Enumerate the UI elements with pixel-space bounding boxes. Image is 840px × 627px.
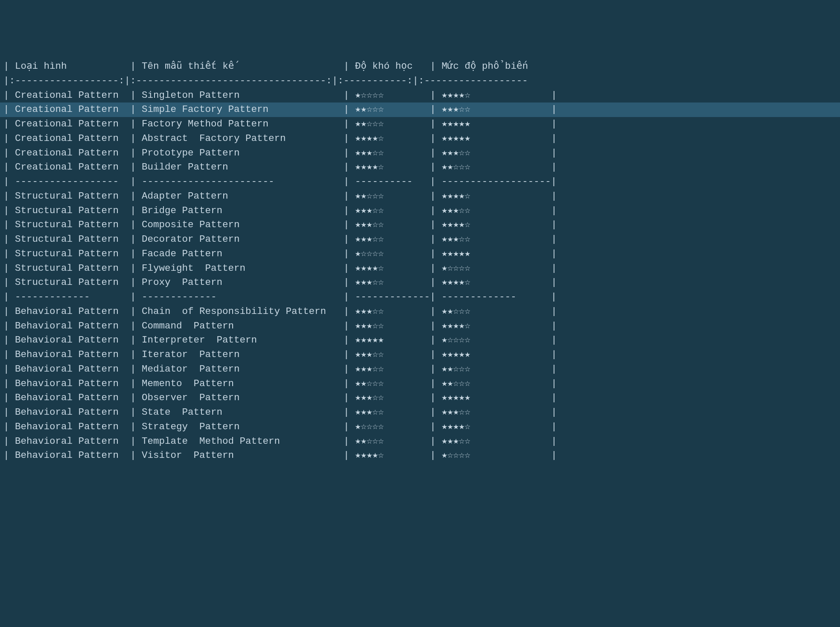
table-row: | Creational Pattern | Builder Pattern |…: [0, 160, 840, 175]
table-row: | Structural Pattern | Facade Pattern | …: [0, 247, 840, 261]
table-row: | Structural Pattern | Bridge Pattern | …: [0, 204, 840, 218]
table-header-separator: |:------------------:|:-----------------…: [0, 74, 840, 88]
table-header-row: | Loại hình | Tên mẫu thiết kế | Độ khó …: [0, 59, 840, 74]
table-row: | Creational Pattern | Singleton Pattern…: [0, 88, 840, 103]
table-row: | Behavioral Pattern | Observer Pattern …: [0, 391, 840, 405]
table-row: | Behavioral Pattern | Chain of Responsi…: [0, 305, 840, 319]
table-row: | Structural Pattern | Proxy Pattern | ★…: [0, 275, 840, 290]
table-section-separator: | ------------- | ------------- | ------…: [0, 290, 840, 305]
table-row: | Structural Pattern | Decorator Pattern…: [0, 232, 840, 247]
table-row: | Behavioral Pattern | Command Pattern |…: [0, 319, 840, 334]
table-section-separator: | ------------------ | -----------------…: [0, 175, 840, 189]
table-row: | Behavioral Pattern | Interpreter Patte…: [0, 333, 840, 348]
table-row: | Creational Pattern | Factory Method Pa…: [0, 117, 840, 132]
table-row: | Behavioral Pattern | Strategy Pattern …: [0, 420, 840, 434]
table-row: | Creational Pattern | Abstract Factory …: [0, 132, 840, 146]
table-row: | Creational Pattern | Prototype Pattern…: [0, 146, 840, 161]
table-row: | Structural Pattern | Composite Pattern…: [0, 218, 840, 232]
table-row: | Behavioral Pattern | Visitor Pattern |…: [0, 448, 840, 463]
table-row: | Behavioral Pattern | Template Method P…: [0, 434, 840, 449]
table-row: | Behavioral Pattern | Mediator Pattern …: [0, 362, 840, 377]
table-row: | Behavioral Pattern | Memento Pattern |…: [0, 377, 840, 391]
table-row: | Structural Pattern | Adapter Pattern |…: [0, 189, 840, 204]
table-row: | Behavioral Pattern | State Pattern | ★…: [0, 405, 840, 420]
design-patterns-table: | Loại hình | Tên mẫu thiết kế | Độ khó …: [0, 58, 840, 465]
table-row: | Behavioral Pattern | Iterator Pattern …: [0, 348, 840, 362]
table-row: | Creational Pattern | Simple Factory Pa…: [0, 103, 840, 117]
table-row: | Structural Pattern | Flyweight Pattern…: [0, 261, 840, 276]
